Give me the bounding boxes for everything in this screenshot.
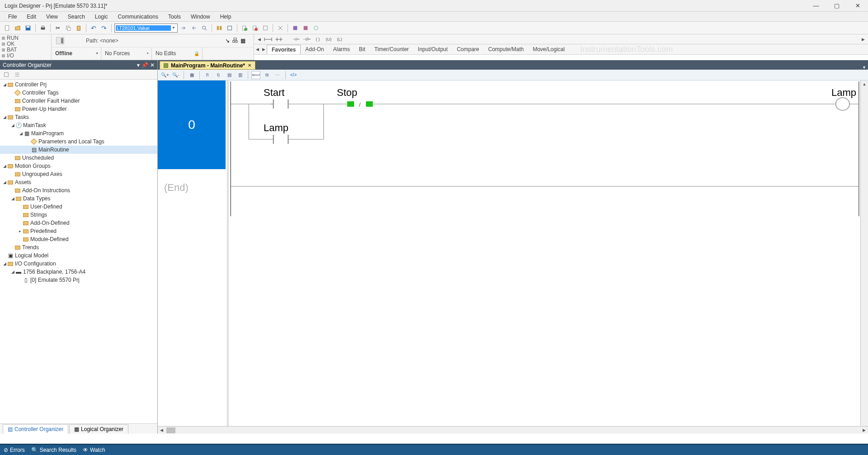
online-status[interactable]: Offline▾: [52, 47, 101, 60]
build-button[interactable]: [250, 24, 259, 33]
edits-status[interactable]: No Edits🔒: [152, 47, 203, 60]
tree-controller-tags[interactable]: Controller Tags: [0, 89, 157, 97]
zoom-out-icon[interactable]: 🔍-: [171, 71, 180, 79]
tool-d-button[interactable]: [311, 24, 321, 33]
tab-compare[interactable]: Compare: [452, 45, 483, 54]
tool-b-button[interactable]: [291, 24, 300, 33]
tab-logical-organizer[interactable]: ▦Logical Organizer: [69, 424, 128, 434]
editor-dropdown-icon[interactable]: ▾: [860, 65, 868, 70]
tree-fault-handler[interactable]: Controller Fault Handler: [0, 97, 157, 105]
edit-tool-5[interactable]: ▥: [236, 71, 245, 79]
scroll-left-icon[interactable]: ◀: [158, 428, 165, 432]
dropdown-icon[interactable]: ▾: [137, 62, 140, 68]
tree-trends[interactable]: Trends: [0, 243, 157, 251]
otl-icon[interactable]: (L): [335, 36, 344, 43]
footer-watch[interactable]: 👁Watch: [83, 447, 105, 453]
menu-view[interactable]: View: [42, 13, 62, 21]
tab-timer[interactable]: Timer/Counter: [370, 45, 413, 54]
edit-tool-4[interactable]: ▤: [225, 71, 234, 79]
scroll-left-icon[interactable]: ◀: [256, 36, 262, 43]
branch-icon[interactable]: [274, 36, 284, 43]
menu-help[interactable]: Help: [216, 13, 236, 21]
paste-button[interactable]: [74, 24, 83, 33]
close-button[interactable]: ✕: [847, 0, 868, 12]
tree-logical-model[interactable]: ▣Logical Model: [0, 251, 157, 260]
tree-strings[interactable]: Strings: [0, 211, 157, 219]
network-icon[interactable]: 品: [232, 37, 238, 44]
rung-0-logic[interactable]: / Start Lamp Stop Lamp: [230, 81, 860, 216]
keyswitch-icon[interactable]: [56, 37, 64, 44]
close-tab-icon[interactable]: ✕: [248, 63, 251, 68]
tree-assets[interactable]: ◢Assets: [0, 178, 157, 186]
tree-mainroutine[interactable]: ▤MainRoutine: [0, 146, 157, 154]
view-misc-button[interactable]: ⋯: [273, 71, 282, 79]
tool-a-button[interactable]: [276, 24, 285, 33]
undo-button[interactable]: ↶: [89, 24, 98, 33]
tree-module-defined[interactable]: Module-Defined: [0, 235, 157, 243]
organizer-tree[interactable]: ◢Controller Prj Controller Tags Controll…: [0, 80, 157, 423]
tree-addon-defined[interactable]: Add-On-Defined: [0, 219, 157, 227]
tree-user-defined[interactable]: User-Defined: [0, 203, 157, 211]
minimize-button[interactable]: —: [806, 0, 826, 12]
open-button[interactable]: [13, 24, 22, 33]
redo-button[interactable]: ↷: [99, 24, 108, 33]
menu-communications[interactable]: Communications: [113, 13, 163, 21]
tree-emulate-module[interactable]: ▯[0] Emulate 5570 Prj: [0, 276, 157, 284]
maximize-button[interactable]: ▢: [826, 0, 847, 12]
xio-icon[interactable]: ⊣/⊢: [302, 36, 312, 43]
menu-tools[interactable]: Tools: [164, 13, 185, 21]
menu-file[interactable]: File: [4, 13, 21, 21]
tree-io-config[interactable]: ◢I/O Configuration: [0, 260, 157, 268]
tree-backplane[interactable]: ◢▬1756 Backplane, 1756-A4: [0, 268, 157, 276]
rung-0-header[interactable]: 0: [158, 81, 226, 169]
tag-search-combo[interactable]: LT28101.Value ▼: [114, 24, 178, 33]
tab-addon[interactable]: Add-On: [301, 45, 328, 54]
browse-icon[interactable]: ▦: [241, 38, 245, 44]
print-button[interactable]: [38, 24, 47, 33]
save-button[interactable]: [24, 24, 33, 33]
scroll-up-icon[interactable]: ▲: [861, 81, 868, 88]
footer-search-results[interactable]: 🔍Search Results: [31, 447, 76, 453]
footer-errors[interactable]: ⊘Errors: [4, 447, 25, 453]
who-active-icon[interactable]: ↘: [225, 38, 230, 44]
tab-alarms[interactable]: Alarms: [329, 45, 354, 54]
tree-params[interactable]: Parameters and Local Tags: [0, 137, 157, 146]
vertical-scrollbar[interactable]: ▲: [860, 81, 868, 426]
splitter[interactable]: [226, 81, 228, 426]
ote-icon[interactable]: ( ): [313, 36, 323, 43]
tree-motion[interactable]: ◢Motion Groups: [0, 162, 157, 170]
edit-tool-2[interactable]: ⎘: [203, 71, 212, 79]
tree-predefined[interactable]: ▸Predefined: [0, 227, 157, 235]
tree-mainprogram[interactable]: ◢▦MainProgram: [0, 129, 157, 137]
view-text-button[interactable]: abcd: [251, 71, 260, 79]
menu-edit[interactable]: Edit: [22, 13, 41, 21]
tab-controller-organizer[interactable]: ▤Controller Organizer: [3, 424, 68, 434]
organizer-tool-1[interactable]: [2, 70, 11, 79]
menu-search[interactable]: Search: [63, 13, 90, 21]
cut-button[interactable]: ✂: [53, 24, 62, 33]
misc-button[interactable]: [261, 24, 270, 33]
goto-button-2[interactable]: [189, 24, 198, 33]
tab-compute[interactable]: Compute/Math: [484, 45, 528, 54]
tree-maintask[interactable]: ◢🕐MainTask: [0, 121, 157, 129]
otu-icon[interactable]: (U): [324, 36, 334, 43]
tab-move[interactable]: Move/Logical: [528, 45, 569, 54]
scroll-right-icon[interactable]: ▶: [860, 36, 866, 43]
edit-tool-3[interactable]: ⎗: [214, 71, 223, 79]
verify-button[interactable]: [240, 24, 249, 33]
menu-logic[interactable]: Logic: [90, 13, 113, 21]
tab-io[interactable]: Input/Output: [413, 45, 452, 54]
tree-controller[interactable]: ◢Controller Prj: [0, 81, 157, 89]
tool-c-button[interactable]: [301, 24, 310, 33]
toggle-1-button[interactable]: [215, 24, 224, 33]
editor-tab-mainroutine[interactable]: MainProgram - MainRoutine* ✕: [160, 61, 255, 70]
xic-icon[interactable]: ⊣⊢: [291, 36, 301, 43]
new-button[interactable]: [3, 24, 12, 33]
horizontal-scrollbar[interactable]: ◀ ▶: [158, 426, 868, 434]
goto-button-1[interactable]: [179, 24, 188, 33]
ladder-canvas[interactable]: 0 (End): [158, 81, 868, 426]
toggle-2-button[interactable]: [225, 24, 234, 33]
tree-unscheduled[interactable]: Unscheduled: [0, 154, 157, 162]
tree-datatypes[interactable]: ◢Data Types: [0, 194, 157, 203]
tab-favorites[interactable]: Favorites: [267, 45, 301, 54]
